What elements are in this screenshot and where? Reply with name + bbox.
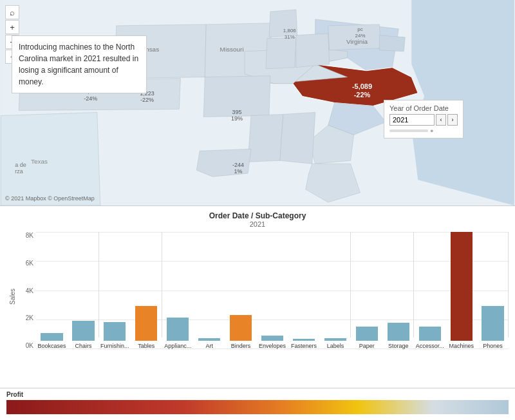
cat-label: Furnishin...	[100, 343, 129, 349]
bar-accessor[interactable]	[419, 327, 441, 341]
bar-bookcases[interactable]	[41, 333, 62, 341]
tooltip-text: Introducing machines to the North Caroli…	[19, 43, 138, 86]
cat-divider	[508, 232, 509, 338]
chart-subtitle: 2021	[6, 220, 509, 228]
y-axis-label: Sales	[9, 288, 16, 304]
cat-group-machines: Machines	[445, 232, 477, 349]
bar-art[interactable]	[198, 338, 220, 341]
svg-text:31%: 31%	[285, 34, 295, 40]
profit-section: Profit -$3,868 $334	[0, 388, 515, 420]
cat-group-paper: Paper	[351, 232, 382, 349]
profit-canvas	[6, 400, 509, 414]
cat-group-art: Art	[194, 232, 225, 349]
bar-furnishin[interactable]	[104, 322, 126, 341]
cat-group-fasteners: Fasteners	[288, 232, 320, 349]
cat-label: Fasteners	[291, 343, 317, 349]
svg-text:-5,089: -5,089	[352, 82, 372, 90]
y-tick-8k: 8K	[26, 232, 33, 239]
map-tooltip: Introducing machines to the North Caroli…	[12, 35, 147, 93]
cat-group-storage: Storage	[382, 232, 414, 349]
bar-paper[interactable]	[356, 327, 378, 341]
svg-text:1,806: 1,806	[283, 28, 297, 33]
cat-label: Art	[205, 343, 213, 349]
cat-label: Machines	[449, 343, 474, 349]
svg-text:-22%: -22%	[354, 91, 371, 99]
svg-text:pc: pc	[357, 26, 362, 32]
chart-title: Order Date / Sub-Category	[6, 211, 509, 220]
map-section: Kansas Missouri Virginia -6,449 -24% 1,2…	[0, 0, 515, 206]
cat-label: Applianc...	[164, 343, 191, 349]
cat-label: Accessor...	[416, 343, 444, 349]
svg-text:24%: 24%	[355, 33, 366, 39]
cat-group-binders: Binders	[225, 232, 257, 349]
cat-group-bookcases: Bookcases	[36, 232, 68, 349]
svg-text:-22%: -22%	[140, 97, 154, 103]
y-tick-2k: 2K	[26, 314, 33, 321]
y-axis: 8K 6K 4K 2K 0K	[18, 232, 36, 361]
svg-text:rza: rza	[15, 168, 23, 175]
map-zoom-in-button[interactable]: +	[5, 20, 19, 34]
svg-text:Texas: Texas	[31, 158, 48, 165]
cat-group-furnishin: Furnishin...	[99, 232, 131, 349]
year-filter: Year of Order Date ‹ › ●	[384, 100, 464, 138]
year-prev-button[interactable]: ‹	[436, 114, 446, 126]
copyright-text: © 2021 Mapbox © OpenStreetMap	[5, 195, 95, 202]
cat-group-accessor: Accessor...	[414, 232, 445, 349]
bar-phones[interactable]	[482, 306, 503, 341]
svg-text:395: 395	[232, 109, 242, 115]
profit-bar-container: -$3,868 $334	[6, 400, 509, 414]
svg-text:-24%: -24%	[84, 95, 97, 102]
year-next-button[interactable]: ›	[447, 114, 458, 126]
chart-area: Sales 8K 6K 4K 2K 0K BookcasesChairsFurn…	[6, 232, 509, 361]
cat-label: Tables	[138, 343, 154, 349]
profit-label: Profit	[6, 391, 509, 398]
svg-text:19%: 19%	[231, 115, 243, 122]
cat-label: Labels	[327, 343, 344, 349]
cat-label: Phones	[483, 343, 503, 349]
bar-storage[interactable]	[388, 323, 409, 341]
map-search-button[interactable]: ⌕	[5, 5, 19, 19]
y-tick-4k: 4K	[26, 287, 33, 294]
bar-binders[interactable]	[230, 315, 252, 341]
year-input[interactable]	[389, 114, 435, 126]
cat-group-tables: Tables	[131, 232, 162, 349]
cat-label: Binders	[231, 343, 251, 349]
year-slider-dot: ●	[430, 128, 433, 134]
cat-group-phones: Phones	[477, 232, 509, 349]
bar-applianc[interactable]	[167, 318, 189, 341]
bars-inner: BookcasesChairsFurnishin...TablesApplian…	[36, 232, 509, 349]
cat-label: Envelopes	[259, 343, 286, 349]
cat-label: Chairs	[75, 343, 91, 349]
cat-group-applianc: Applianc...	[162, 232, 194, 349]
bar-tables[interactable]	[135, 306, 157, 341]
svg-text:-244: -244	[232, 162, 244, 168]
bar-labels[interactable]	[324, 338, 346, 341]
cat-label: Bookcases	[37, 343, 66, 349]
bar-chairs[interactable]	[72, 321, 94, 341]
svg-text:1%: 1%	[234, 168, 243, 175]
y-tick-0k: 0K	[26, 342, 33, 349]
cat-group-labels: Labels	[319, 232, 351, 349]
cat-group-chairs: Chairs	[68, 232, 99, 349]
svg-text:a de: a de	[15, 162, 26, 168]
year-slider[interactable]	[389, 129, 428, 132]
year-filter-label: Year of Order Date	[389, 104, 458, 112]
cat-label: Paper	[359, 343, 375, 349]
svg-text:Missouri: Missouri	[220, 46, 244, 53]
chart-section: Order Date / Sub-Category 2021 Sales 8K …	[0, 206, 515, 388]
bars-container: BookcasesChairsFurnishin...TablesApplian…	[36, 232, 509, 361]
bar-machines[interactable]	[451, 232, 473, 341]
cat-label: Storage	[388, 343, 409, 349]
y-tick-6k: 6K	[26, 260, 33, 267]
bar-envelopes[interactable]	[261, 336, 283, 341]
bar-fasteners[interactable]	[293, 339, 315, 341]
svg-text:Virginia: Virginia	[346, 38, 368, 45]
cat-group-envelopes: Envelopes	[257, 232, 288, 349]
map-copyright: © 2021 Mapbox © OpenStreetMap	[5, 195, 95, 202]
